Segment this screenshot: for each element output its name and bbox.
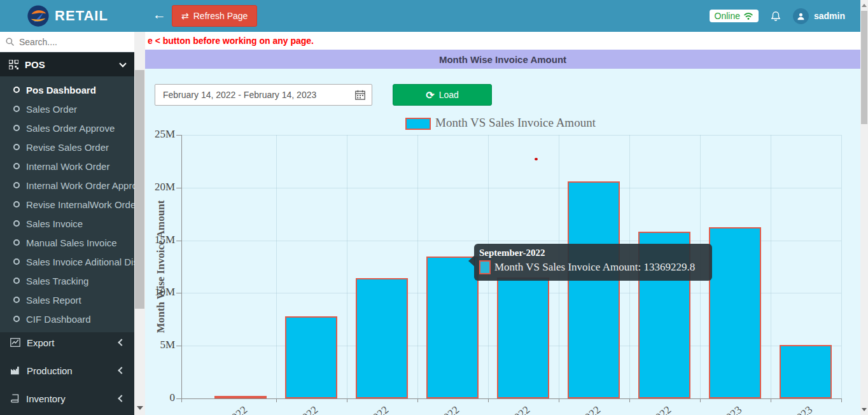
bar-8[interactable] — [780, 345, 832, 398]
y-axis-line — [181, 135, 182, 402]
sidebar-item-pos[interactable]: POS — [0, 53, 134, 76]
top-navbar: RETAIL ← ⇄ Refresh Page Online — [0, 0, 860, 32]
refresh-page-button[interactable]: ⇄ Refresh Page — [172, 5, 257, 27]
gridline-v — [841, 135, 842, 398]
y-tick — [176, 398, 181, 399]
sidebar-item-label: Revise Sales Order — [26, 142, 109, 153]
date-range-input[interactable]: February 14, 2022 - February 14, 2023 — [155, 84, 372, 106]
tooltip-series-swatch — [479, 260, 491, 274]
y-tick — [176, 346, 181, 346]
gridline-h — [181, 188, 841, 188]
page-title: Month Wise Invoice Amount — [145, 50, 860, 69]
legend-swatch[interactable] — [405, 118, 431, 130]
sidebar-item-label: Sales Order — [26, 104, 77, 115]
sidebar-item-label: Sales Tracking — [26, 276, 88, 286]
sidebar-item-internal-work-order-approve[interactable]: Internal Work Order Approve — [0, 176, 134, 195]
circle-icon — [13, 182, 20, 188]
refresh-page-label: Refresh Page — [193, 11, 248, 21]
back-arrow-icon[interactable]: ← — [153, 7, 166, 22]
circle-icon — [13, 144, 20, 150]
qr-grid-icon — [9, 60, 18, 69]
bar-1[interactable] — [285, 316, 337, 398]
sidebar-item-label: Pos Dashboard — [26, 85, 96, 95]
sidebar-item-sales-tracking[interactable]: Sales Tracking — [0, 271, 134, 290]
sidebar-item-sales-invoice[interactable]: Sales Invoice — [0, 214, 134, 233]
sidebar-item-revise-sales-order[interactable]: Revise Sales Order — [0, 137, 134, 157]
circle-icon — [13, 258, 20, 265]
circle-icon — [13, 220, 20, 227]
y-tick-label: 10M — [143, 286, 175, 299]
notice-row: e < button before working on any page. — [145, 32, 860, 50]
y-tick-label: 25M — [143, 128, 175, 141]
warning-text: e < button before working on any page. — [145, 36, 314, 46]
sidebar-scroll-down-arrow-icon[interactable] — [137, 406, 143, 410]
circle-icon — [13, 239, 20, 246]
sidebar-item-revise-internalwork-order[interactable]: Revise InternalWork Order — [0, 195, 134, 214]
chevron-down-icon — [119, 60, 126, 67]
scroll-down-arrow-icon[interactable] — [862, 408, 867, 411]
x-axis-line — [181, 398, 841, 399]
bar-3[interactable] — [426, 257, 479, 398]
circle-icon — [13, 106, 20, 112]
sidebar-item-label: Sales Invoice — [26, 218, 83, 229]
circle-icon — [13, 163, 20, 169]
username-label: sadmin — [814, 11, 845, 21]
circle-icon — [13, 297, 20, 303]
section-label: Export — [27, 337, 113, 348]
search-input[interactable] — [0, 32, 134, 52]
line-chart-icon — [10, 338, 20, 347]
section-label: Production — [27, 365, 113, 376]
chevron-left-icon — [118, 367, 125, 374]
sidebar: ✖ POS Pos DashboardSales OrderSales Orde… — [0, 32, 134, 415]
brand[interactable]: RETAIL — [0, 0, 134, 32]
sidebar-item-inventory[interactable]: Inventory — [0, 384, 134, 412]
sidebar-item-sales-order-approve[interactable]: Sales Order Approve — [0, 118, 134, 137]
sidebar-item-manual-sales-invoice[interactable]: Manual Sales Invoice — [0, 233, 134, 252]
bar-4[interactable] — [497, 278, 549, 398]
scroll-up-arrow-icon[interactable] — [862, 4, 867, 7]
avatar — [793, 8, 809, 24]
pos-label: POS — [25, 59, 114, 70]
sidebar-item-pos-dashboard[interactable]: Pos Dashboard — [0, 80, 134, 99]
bar-7[interactable] — [709, 227, 761, 398]
circle-icon — [13, 278, 20, 284]
y-tick — [176, 135, 181, 136]
circle-icon — [13, 201, 20, 208]
y-tick-label: 20M — [143, 181, 175, 193]
sidebar-item-export[interactable]: Export — [0, 328, 134, 356]
date-range-value: February 14, 2022 - February 14, 2023 — [163, 90, 355, 100]
sidebar-search: ✖ — [0, 32, 134, 52]
online-status-badge: Online — [710, 10, 759, 22]
legend-label: Month VS Sales Invoice Amount — [435, 116, 596, 130]
sidebar-scrollbar-track — [134, 32, 145, 415]
page-scrollbar-track — [860, 0, 868, 415]
gridline-v — [347, 135, 347, 398]
sidebar-item-label: Internal Work Order Approve — [26, 180, 134, 191]
page-scrollbar-thumb[interactable] — [861, 11, 867, 124]
circle-icon — [13, 316, 20, 322]
bar-5[interactable] — [568, 181, 620, 398]
chevron-left-icon — [118, 339, 125, 346]
notifications-bell-icon[interactable] — [770, 10, 781, 22]
y-tick-label: 0 — [143, 391, 175, 404]
load-label: Load — [439, 90, 459, 100]
load-button[interactable]: ⟳ Load — [393, 84, 492, 106]
sidebar-item-label: Sales Invoice Aditional Discou — [26, 257, 134, 267]
app-window: RETAIL ← ⇄ Refresh Page Online — [0, 0, 868, 415]
brand-logo-icon — [26, 4, 50, 28]
sidebar-item-internal-work-order[interactable]: Internal Work Order — [0, 157, 134, 176]
y-axis-title: Month Wise Invoice Amount — [155, 200, 167, 334]
sidebar-item-cif-dashboard[interactable]: CIF Dashboard — [0, 309, 134, 328]
sidebar-item-sales-order[interactable]: Sales Order — [0, 99, 134, 118]
user-menu[interactable]: sadmin — [793, 8, 845, 24]
x-tick — [181, 398, 182, 402]
sidebar-item-production[interactable]: Production — [0, 356, 134, 384]
chevron-left-icon — [118, 395, 125, 402]
bar-2[interactable] — [356, 278, 408, 398]
sidebar-item-sales-report[interactable]: Sales Report — [0, 290, 134, 309]
tooltip-value-text: Month VS Sales Invoice Amount: 13369229.… — [494, 261, 695, 274]
bar-0[interactable] — [214, 396, 267, 398]
y-tick — [176, 188, 181, 188]
refresh-icon: ⟳ — [426, 89, 434, 101]
sidebar-item-sales-invoice-aditional-discou[interactable]: Sales Invoice Aditional Discou — [0, 252, 134, 271]
